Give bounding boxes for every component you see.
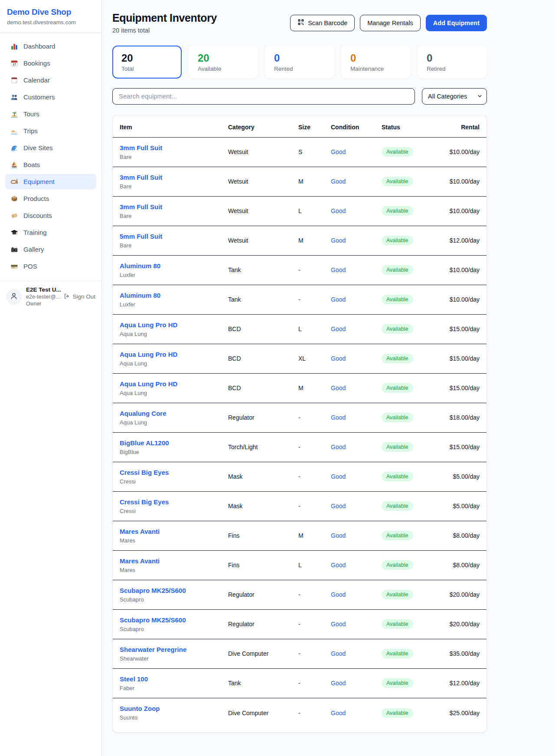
equipment-name-link[interactable]: Suunto Zoop bbox=[120, 705, 160, 712]
equipment-brand: BigBlue bbox=[120, 449, 228, 455]
column-header-condition: Condition bbox=[331, 124, 382, 131]
equipment-name-link[interactable]: BigBlue AL1200 bbox=[120, 439, 169, 447]
size-cell: - bbox=[298, 621, 331, 628]
equipment-name-link[interactable]: Aqualung Core bbox=[120, 410, 166, 417]
equipment-name-link[interactable]: Aluminum 80 bbox=[120, 262, 160, 270]
equipment-name-link[interactable]: Aqua Lung Pro HD bbox=[120, 380, 177, 388]
condition-link[interactable]: Good bbox=[331, 178, 346, 185]
status-badge: Available bbox=[382, 531, 413, 540]
rental-cell: $10.00/day bbox=[442, 266, 480, 273]
condition-link[interactable]: Good bbox=[331, 296, 346, 303]
table-row: Aqua Lung Pro HD Aqua Lung BCD L Good Av… bbox=[113, 315, 486, 344]
condition-link[interactable]: Good bbox=[331, 710, 346, 717]
equipment-name-link[interactable]: 3mm Full Suit bbox=[120, 144, 162, 151]
condition-link[interactable]: Good bbox=[331, 414, 346, 421]
equipment-name-link[interactable]: 3mm Full Suit bbox=[120, 203, 162, 210]
equipment-name-link[interactable]: Scubapro MK25/S600 bbox=[120, 616, 186, 624]
condition-link[interactable]: Good bbox=[331, 591, 346, 598]
category-cell: Tank bbox=[228, 680, 298, 687]
scan-barcode-button[interactable]: Scan Barcode bbox=[290, 15, 355, 31]
stat-card[interactable]: 0 Retired bbox=[418, 46, 487, 79]
equipment-name-link[interactable]: Mares Avanti bbox=[120, 528, 160, 535]
condition-link[interactable]: Good bbox=[331, 473, 346, 480]
sidebar-item[interactable]: Customers bbox=[5, 89, 96, 105]
category-cell: Wetsuit bbox=[228, 207, 298, 214]
stat-card[interactable]: 0 Maintenance bbox=[341, 46, 411, 79]
brand-block: Demo Dive Shop demo.test.divestreams.com bbox=[0, 0, 101, 33]
status-badge: Available bbox=[382, 265, 413, 275]
equipment-name-link[interactable]: Shearwater Peregrine bbox=[120, 646, 186, 653]
equipment-name-link[interactable]: 3mm Full Suit bbox=[120, 174, 162, 181]
equipment-name-link[interactable]: Scubapro MK25/S600 bbox=[120, 587, 186, 594]
condition-link[interactable]: Good bbox=[331, 385, 346, 391]
category-cell: Fins bbox=[228, 532, 298, 539]
sidebar-item[interactable]: 17 Bookings bbox=[5, 56, 96, 71]
equipment-name-link[interactable]: Aqua Lung Pro HD bbox=[120, 351, 177, 358]
rental-cell: $12.00/day bbox=[442, 237, 480, 244]
condition-link[interactable]: Good bbox=[331, 266, 346, 273]
sidebar-item[interactable]: POS bbox=[5, 259, 96, 274]
status-badge: Available bbox=[382, 678, 413, 688]
sidebar-item[interactable]: Discounts bbox=[5, 208, 96, 223]
sidebar-item[interactable]: Equipment bbox=[5, 174, 96, 189]
sidebar-item[interactable]: Gallery bbox=[5, 242, 96, 257]
add-equipment-button[interactable]: Add Equipment bbox=[426, 15, 487, 31]
table-row: Cressi Big Eyes Cressi Mask - Good Avail… bbox=[113, 492, 486, 521]
equipment-name-link[interactable]: Steel 100 bbox=[120, 675, 148, 683]
equipment-name-link[interactable]: Mares Avanti bbox=[120, 557, 160, 565]
category-select[interactable]: All Categories bbox=[422, 88, 487, 105]
sidebar: Demo Dive Shop demo.test.divestreams.com… bbox=[0, 0, 102, 756]
equipment-name-link[interactable]: 5mm Full Suit bbox=[120, 233, 162, 240]
condition-link[interactable]: Good bbox=[331, 207, 346, 214]
table-row: Mares Avanti Mares Fins M Good Available… bbox=[113, 521, 486, 551]
sidebar-item-label: Gallery bbox=[23, 246, 44, 253]
equipment-brand: Faber bbox=[120, 685, 228, 691]
condition-link[interactable]: Good bbox=[331, 148, 346, 155]
sidebar-item[interactable]: Trips bbox=[5, 123, 96, 138]
stat-card[interactable]: 0 Rented bbox=[265, 46, 334, 79]
size-cell: S bbox=[298, 148, 331, 155]
condition-link[interactable]: Good bbox=[331, 444, 346, 450]
equipment-name-link[interactable]: Aluminum 80 bbox=[120, 292, 160, 299]
size-cell: - bbox=[298, 710, 331, 717]
sidebar-item[interactable]: Training bbox=[5, 225, 96, 240]
svg-text:17: 17 bbox=[13, 62, 16, 66]
table-row: Suunto Zoop Suunto Dive Computer - Good … bbox=[113, 698, 486, 728]
condition-link[interactable]: Good bbox=[331, 503, 346, 509]
equipment-name-link[interactable]: Aqua Lung Pro HD bbox=[120, 321, 177, 329]
size-cell: L bbox=[298, 562, 331, 569]
sidebar-item[interactable]: Dive Sites bbox=[5, 140, 96, 155]
stat-card[interactable]: 20 Available bbox=[189, 46, 258, 79]
sidebar-item-label: Trips bbox=[23, 127, 38, 135]
condition-link[interactable]: Good bbox=[331, 621, 346, 628]
rental-cell: $25.00/day bbox=[442, 710, 480, 717]
equipment-brand: Aqua Lung bbox=[120, 419, 228, 426]
condition-link[interactable]: Good bbox=[331, 532, 346, 539]
sidebar-item[interactable]: Dashboard bbox=[5, 39, 96, 54]
condition-link[interactable]: Good bbox=[331, 325, 346, 332]
sign-out-button[interactable]: Sign Out bbox=[63, 293, 95, 301]
equipment-name-link[interactable]: Cressi Big Eyes bbox=[120, 498, 169, 506]
condition-link[interactable]: Good bbox=[331, 650, 346, 657]
stat-card[interactable]: 20 Total bbox=[112, 46, 182, 79]
equipment-name-link[interactable]: Cressi Big Eyes bbox=[120, 469, 169, 476]
stat-label: Total bbox=[121, 66, 173, 72]
brand-link[interactable]: Demo Dive Shop bbox=[7, 7, 95, 17]
equipment-brand: Bare bbox=[120, 154, 228, 160]
condition-link[interactable]: Good bbox=[331, 562, 346, 569]
equipment-brand: Luxfer bbox=[120, 301, 228, 308]
condition-link[interactable]: Good bbox=[331, 355, 346, 362]
equipment-brand: Bare bbox=[120, 242, 228, 249]
condition-link[interactable]: Good bbox=[331, 680, 346, 687]
search-input[interactable] bbox=[112, 88, 415, 105]
sidebar-item[interactable]: Calendar bbox=[5, 72, 96, 88]
size-cell: - bbox=[298, 473, 331, 480]
sidebar-item[interactable]: Boats bbox=[5, 157, 96, 172]
category-cell: Mask bbox=[228, 473, 298, 480]
sidebar-item-label: Discounts bbox=[23, 212, 52, 219]
condition-link[interactable]: Good bbox=[331, 237, 346, 244]
graduation-cap-icon bbox=[10, 228, 18, 237]
sidebar-item[interactable]: Tours bbox=[5, 106, 96, 122]
manage-rentals-button[interactable]: Manage Rentals bbox=[360, 15, 421, 31]
sidebar-item[interactable]: Products bbox=[5, 191, 96, 206]
